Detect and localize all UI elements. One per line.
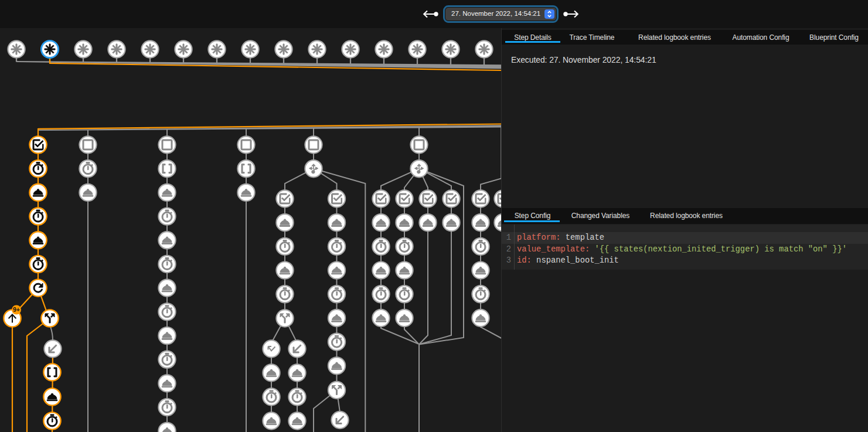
svg-text:9+: 9+ bbox=[13, 306, 20, 313]
